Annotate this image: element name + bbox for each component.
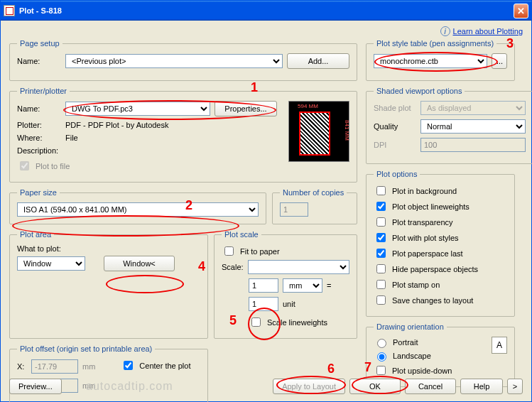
help-button[interactable]: Help xyxy=(460,379,503,394)
fit-to-paper-label: Fit to paper xyxy=(240,247,280,256)
upside-checkbox[interactable] xyxy=(376,366,386,375)
bg-checkbox[interactable] xyxy=(376,186,386,195)
sc-checkbox[interactable] xyxy=(376,295,386,305)
x-label: X: xyxy=(17,362,27,371)
plot-offset-legend: Plot offset (origin set to printable are… xyxy=(17,344,155,353)
learn-link[interactable]: Learn about Plotting xyxy=(453,27,523,36)
printer-name-label: Name: xyxy=(17,104,61,113)
shade-plot-label: Shade plot xyxy=(374,104,416,112)
orientation-legend: Drawing orientation xyxy=(374,322,447,331)
preview-sheet xyxy=(299,112,330,156)
plot-to-file-label: Plot to file xyxy=(36,162,70,170)
plotter-value: PDF - PDF Plot - by Autodesk xyxy=(65,121,169,129)
x-unit: mm xyxy=(82,362,95,371)
plot-style-edit-button[interactable]: ... xyxy=(492,53,507,69)
plot-options-legend: Plot options xyxy=(374,170,420,178)
window-title: Plot - S-818 xyxy=(19,6,62,15)
portrait-radio[interactable] xyxy=(377,339,386,348)
scale-lineweights-label: Scale lineweights xyxy=(267,318,327,327)
plotter-label: Plotter: xyxy=(17,121,61,129)
close-button[interactable]: ✕ xyxy=(514,4,528,18)
properties-button[interactable]: Properties... xyxy=(215,101,277,116)
st-checkbox[interactable] xyxy=(376,280,386,289)
scale-num1-input[interactable] xyxy=(249,278,278,293)
center-plot-label: Center the plot xyxy=(139,362,190,370)
window-button[interactable]: Window< xyxy=(104,256,175,271)
lw-checkbox[interactable] xyxy=(376,202,386,211)
orientation-icon: A xyxy=(492,337,507,354)
expand-button[interactable]: > xyxy=(507,379,523,394)
plot-style-group: Plot style table (pen assignments) monoc… xyxy=(366,39,515,81)
copies-group: Number of copies xyxy=(272,188,357,224)
paper-size-legend: Paper size xyxy=(17,188,60,197)
app-icon xyxy=(4,5,15,16)
plot-style-select[interactable]: monochrome.ctb xyxy=(374,54,487,68)
center-plot-checkbox[interactable] xyxy=(124,361,133,370)
fit-to-paper-checkbox[interactable] xyxy=(224,246,234,256)
scale-unit1-select[interactable]: mm xyxy=(283,278,322,293)
paper-size-group: Paper size ISO A1 (594.00 x 841.00 MM) xyxy=(9,188,266,224)
titlebar: Plot - S-818 ✕ xyxy=(1,1,531,21)
page-setup-name-label: Name: xyxy=(17,57,61,65)
what-to-plot-label: What to plot: xyxy=(17,244,200,253)
where-label: Where: xyxy=(17,134,61,142)
cancel-button[interactable]: Cancel xyxy=(405,379,456,394)
plot-to-file-checkbox xyxy=(20,161,29,170)
paper-size-select[interactable]: ISO A1 (594.00 x 841.00 MM) xyxy=(17,202,259,217)
quality-select[interactable]: Normal xyxy=(420,119,526,134)
shaded-viewport-group: Shaded viewport options Shade plotAs dis… xyxy=(366,87,532,164)
printer-group: Printer/plotter Name: DWG To PDF.pc3 Pro… xyxy=(9,87,357,183)
scale-num2-input[interactable] xyxy=(249,297,278,311)
page-setup-group: Page setup Name: <Previous plot> Add... xyxy=(9,39,357,81)
what-to-plot-select[interactable]: Window xyxy=(17,256,85,271)
desc-label: Description: xyxy=(17,146,61,155)
info-icon: i xyxy=(440,26,450,36)
plot-style-legend: Plot style table (pen assignments) xyxy=(374,39,496,48)
page-setup-legend: Page setup xyxy=(17,39,63,48)
preview-dim-side: 841 MM xyxy=(344,120,350,141)
x-input xyxy=(31,359,78,374)
copies-input xyxy=(280,202,308,217)
add-button[interactable]: Add... xyxy=(287,53,349,69)
scale-label: Scale: xyxy=(222,263,244,271)
printer-legend: Printer/plotter xyxy=(17,87,70,95)
ok-button[interactable]: OK xyxy=(349,379,401,394)
plot-dialog: Plot - S-818 ✕ i Learn about Plotting Pa… xyxy=(0,0,532,402)
landscape-radio[interactable] xyxy=(377,352,386,362)
scale-lineweights-checkbox[interactable] xyxy=(251,317,261,327)
quality-label: Quality xyxy=(374,122,416,131)
equals-label: = xyxy=(327,281,331,290)
preview-dim-top: 594 MM xyxy=(298,103,318,109)
where-value: File xyxy=(65,134,78,142)
hp-checkbox[interactable] xyxy=(376,264,386,273)
apply-layout-button: Apply to Layout xyxy=(273,379,345,394)
orientation-group: Drawing orientation Portrait Landscape P… xyxy=(366,322,515,387)
dpi-label: DPI xyxy=(374,141,416,149)
plot-options-group: Plot options Plot in background Plot obj… xyxy=(366,170,515,317)
dpi-input xyxy=(420,138,526,152)
plot-scale-group: Plot scale Fit to paper Scale: mm = unit xyxy=(214,230,357,339)
pl-checkbox[interactable] xyxy=(376,249,386,258)
plot-area-legend: Plot area xyxy=(17,230,54,239)
shaded-legend: Shaded viewport options xyxy=(374,87,465,95)
scale-unit2-label: unit xyxy=(283,300,322,308)
preview-button[interactable]: Preview... xyxy=(9,379,62,394)
page-setup-name-select[interactable]: <Previous plot> xyxy=(65,54,283,68)
plot-area-group: Plot area What to plot: Window Window< xyxy=(9,230,208,339)
ps-checkbox[interactable] xyxy=(376,233,386,242)
tr-checkbox[interactable] xyxy=(376,217,386,227)
scale-select[interactable] xyxy=(248,260,349,274)
printer-name-select[interactable]: DWG To PDF.pc3 xyxy=(65,102,210,116)
copies-legend: Number of copies xyxy=(280,188,347,197)
shade-plot-select: As displayed xyxy=(420,101,526,115)
paper-preview: 594 MM 841 MM xyxy=(288,101,349,162)
plot-scale-legend: Plot scale xyxy=(222,230,261,239)
